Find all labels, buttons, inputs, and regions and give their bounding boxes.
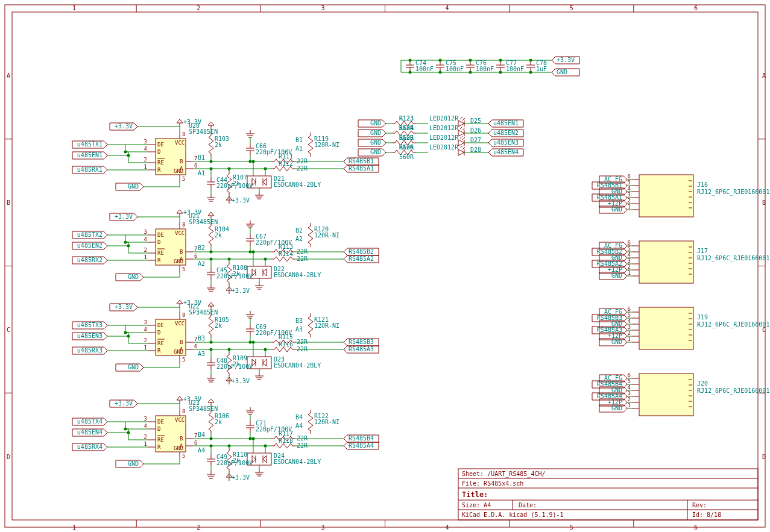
svg-text:6: 6 [628, 240, 631, 246]
svg-text:RE: RE [157, 437, 164, 443]
svg-text:+3.3V: +3.3V [232, 474, 250, 481]
svg-text:D28: D28 [470, 146, 481, 153]
svg-text:D: D [762, 454, 766, 460]
svg-text:DE: DE [157, 142, 164, 148]
svg-text:GND: GND [174, 349, 183, 355]
svg-text:3: 3 [628, 324, 631, 330]
svg-text:u485EN4: u485EN4 [77, 429, 103, 436]
svg-point-202 [210, 160, 213, 163]
svg-text:B4: B4 [198, 431, 205, 438]
svg-text:100nF: 100nF [446, 66, 464, 72]
svg-text:R123: R123 [399, 115, 414, 122]
svg-text:ESDCAN04-2BLY: ESDCAN04-2BLY [274, 272, 321, 278]
svg-text:RS485A1: RS485A1 [349, 165, 374, 172]
svg-text:100nF: 100nF [476, 66, 494, 72]
svg-text:GND: GND [557, 69, 567, 75]
svg-text:1: 1 [628, 270, 631, 276]
svg-text:B: B [7, 199, 10, 206]
svg-text:J20: J20 [697, 380, 708, 387]
svg-text:GND: GND [128, 183, 139, 190]
svg-text:2: 2 [197, 5, 200, 11]
svg-text:u485EN2: u485EN2 [493, 130, 519, 136]
svg-point-575 [249, 437, 252, 440]
svg-text:KiCad E.D.A.  kicad (5.1.9)-1: KiCad E.D.A. kicad (5.1.9)-1 [462, 512, 564, 518]
svg-text:SP3485EN: SP3485EN [189, 219, 218, 225]
svg-text:u485EN1: u485EN1 [77, 152, 103, 158]
svg-text:RS485A3: RS485A3 [349, 346, 374, 352]
svg-text:u485EN2: u485EN2 [77, 242, 103, 249]
svg-text:560R: 560R [399, 154, 414, 160]
svg-text:GND: GND [370, 130, 381, 136]
svg-point-455 [249, 341, 252, 344]
svg-text:u485RX4: u485RX4 [77, 443, 103, 450]
svg-text:4: 4 [144, 236, 147, 242]
svg-text:Size: A4: Size: A4 [462, 502, 491, 509]
svg-text:2: 2 [144, 157, 147, 163]
svg-text:RS485B4: RS485B4 [349, 435, 374, 442]
svg-text:RS485A2: RS485A2 [349, 255, 374, 262]
svg-text:1: 1 [144, 164, 147, 170]
svg-text:LED2012R: LED2012R [429, 115, 459, 122]
svg-point-215 [249, 160, 252, 163]
svg-text:2: 2 [144, 337, 147, 343]
svg-text:A1: A1 [295, 145, 303, 152]
svg-text:Date:: Date: [519, 502, 537, 509]
svg-point-621 [264, 445, 267, 448]
svg-text:+3.3V: +3.3V [557, 57, 575, 63]
svg-text:+3.3V: +3.3V [183, 299, 201, 306]
svg-text:3: 3 [144, 229, 147, 235]
svg-text:6: 6 [694, 524, 698, 531]
svg-text:D: D [157, 330, 160, 336]
svg-point-93 [529, 59, 532, 62]
svg-text:2: 2 [628, 330, 631, 336]
svg-rect-622 [639, 175, 693, 217]
svg-text:u485TX2: u485TX2 [77, 231, 103, 238]
svg-text:VCC: VCC [175, 417, 185, 423]
svg-text:DE: DE [157, 322, 164, 328]
svg-text:A3: A3 [198, 351, 205, 357]
svg-text:3: 3 [144, 139, 147, 145]
svg-text:B: B [180, 249, 183, 255]
svg-text:R125: R125 [399, 134, 414, 141]
svg-text:2: 2 [197, 524, 200, 531]
svg-text:6: 6 [194, 440, 197, 446]
svg-text:5: 5 [570, 524, 573, 531]
svg-text:RE: RE [157, 160, 164, 166]
svg-text:A2: A2 [198, 260, 205, 267]
svg-text:6: 6 [628, 306, 631, 312]
svg-text:4: 4 [144, 327, 147, 333]
svg-text:R126: R126 [399, 144, 414, 151]
svg-text:+3.3V: +3.3V [232, 197, 250, 204]
svg-text:GND: GND [370, 149, 381, 155]
svg-text:Id: 8/18: Id: 8/18 [692, 512, 721, 518]
svg-text:4: 4 [446, 524, 449, 531]
svg-text:6: 6 [628, 174, 631, 180]
svg-text:7: 7 [194, 246, 197, 252]
svg-text:GND: GND [128, 274, 139, 280]
svg-text:GND: GND [128, 364, 139, 371]
svg-text:1: 1 [144, 345, 147, 351]
svg-text:Sheet: /UART_RS485_4CH/: Sheet: /UART_RS485_4CH/ [462, 471, 545, 478]
svg-text:6: 6 [194, 163, 197, 169]
svg-text:2k: 2k [215, 142, 222, 148]
svg-text:7: 7 [194, 433, 197, 439]
svg-text:DE: DE [157, 419, 164, 425]
svg-text:VCC: VCC [175, 321, 185, 327]
svg-text:R116: R116 [279, 341, 293, 348]
svg-text:RS485B2: RS485B2 [349, 248, 374, 255]
svg-text:B: B [180, 339, 183, 345]
svg-text:A: A [762, 72, 766, 79]
svg-text:2: 2 [628, 198, 631, 204]
svg-text:4: 4 [628, 384, 631, 390]
svg-text:GND: GND [611, 339, 622, 345]
svg-text:5: 5 [182, 176, 185, 182]
svg-text:2k: 2k [233, 457, 240, 464]
svg-text:D27: D27 [470, 137, 481, 143]
schematic-canvas: 112233445566AABBCCDDSheet: /UART_RS485_4… [0, 0, 770, 532]
svg-text:R: R [157, 167, 161, 173]
svg-point-475 [210, 348, 213, 351]
svg-point-69 [439, 59, 442, 62]
svg-point-70 [439, 71, 442, 74]
svg-text:B: B [180, 158, 183, 164]
svg-text:3: 3 [321, 524, 324, 531]
